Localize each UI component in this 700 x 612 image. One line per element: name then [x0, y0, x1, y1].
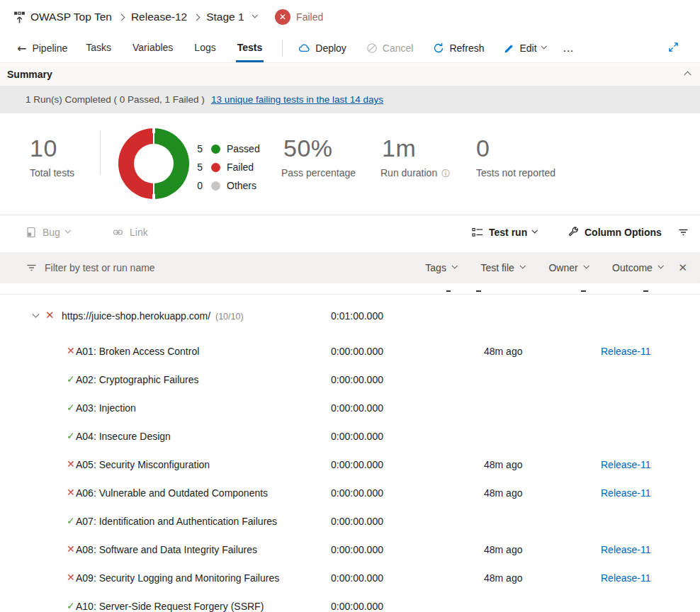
filter-dropdowns: Tags Test file Owner Outcome [425, 262, 662, 273]
back-label: Pipeline [32, 42, 67, 54]
test-row[interactable]: ✕A05: Security Misconfiguration0:00:00.0… [0, 451, 700, 480]
tests-not-reported-value: 0 [476, 135, 490, 162]
filter-bar: Tags Test file Owner Outcome ✕ [0, 252, 700, 283]
link-icon [112, 227, 124, 238]
edit-dropdown-chevron-icon [541, 43, 546, 49]
refresh-icon [433, 42, 444, 54]
failed-label: Failed [227, 162, 254, 173]
cancel-label: Cancel [383, 42, 414, 54]
status-badge-label: Failed [296, 11, 323, 23]
tab-logs[interactable]: Logs [193, 34, 217, 62]
failed-count: 5 [191, 162, 203, 173]
filter-owner-dropdown[interactable]: Owner [548, 262, 588, 273]
passed-icon: ✓ [67, 430, 75, 441]
test-duration: 0:00:00.000 [331, 346, 383, 357]
passed-icon: ✓ [67, 373, 75, 385]
test-row[interactable]: ✕A01: Broken Access Control0:00:00.00048… [0, 338, 700, 366]
stage-dropdown-chevron-icon[interactable] [252, 12, 257, 18]
bug-icon [26, 227, 37, 238]
back-to-pipeline-button[interactable]: ← Pipeline [17, 34, 67, 62]
bug-dropdown-chevron-icon [65, 227, 71, 233]
test-name: A07: Identification and Authentication F… [76, 516, 277, 527]
test-row[interactable]: ✓A04: Insecure Design0:00:00.000 [0, 423, 700, 451]
filter-tags-dropdown[interactable]: Tags [425, 262, 456, 273]
link-button[interactable]: Link [112, 215, 148, 249]
breadcrumb: OWASP Top Ten Release-12 Stage 1 ✕ Faile… [0, 0, 700, 34]
others-label: Others [227, 180, 256, 191]
test-row[interactable]: ✓A02: Cryptographic Failures0:00:00.000 [0, 366, 700, 395]
tab-tests[interactable]: Tests [236, 34, 264, 62]
filter-icon [26, 262, 38, 273]
block-icon [366, 42, 378, 54]
fullscreen-button[interactable] [668, 42, 679, 55]
failing-release-link[interactable]: Release-11 [601, 572, 651, 584]
test-row[interactable]: ✕A09: Security Logging and Monitoring Fa… [0, 565, 700, 593]
tests-not-reported-label: Tests not reported [476, 167, 555, 178]
outcome-donut-chart [118, 128, 189, 199]
test-name: A10: Server-Side Request Forgery (SSRF) [76, 601, 264, 612]
failing-release-link[interactable]: Release-11 [601, 459, 651, 470]
group-by-test-run-button[interactable]: Test run [472, 215, 537, 249]
unique-failing-tests-link[interactable]: 13 unique failing tests in the last 14 d… [211, 94, 383, 105]
filter-outcome-dropdown[interactable]: Outcome [612, 262, 662, 273]
test-row[interactable]: ✓A10: Server-Side Request Forgery (SSRF)… [0, 593, 700, 612]
deploy-button[interactable]: Deploy [298, 42, 346, 54]
expand-icon [668, 42, 679, 52]
legend-dot-1 [211, 163, 220, 172]
test-duration: 0:00:00.000 [331, 601, 383, 612]
failing-release-link[interactable]: Release-11 [601, 544, 651, 555]
failing-release-link[interactable]: Release-11 [601, 346, 651, 357]
filter-test-file-dropdown[interactable]: Test file [480, 262, 524, 273]
tab-bar: ← Pipeline Tasks Variables Logs Tests De… [0, 34, 700, 62]
total-tests-value: 10 [30, 135, 57, 162]
passed-icon: ✓ [67, 402, 75, 413]
failed-icon: ✕ [67, 572, 75, 583]
test-row[interactable]: ✕A06: Vulnerable and Outdated Components… [0, 480, 700, 508]
back-arrow-icon: ← [17, 42, 26, 55]
summary-section-header[interactable]: Summary [0, 62, 700, 86]
test-row[interactable]: ✓A03: Injection0:00:00.000 [0, 395, 700, 423]
failing-release-link[interactable]: Release-11 [601, 487, 651, 499]
refresh-button[interactable]: Refresh [433, 42, 484, 54]
close-filter-icon[interactable]: ✕ [675, 261, 690, 274]
test-duration: 0:00:00.000 [331, 487, 383, 499]
tabs: Tasks Variables Logs Tests [84, 34, 282, 62]
test-row[interactable]: ✕A08: Software and Data Integrity Failur… [0, 536, 700, 565]
test-duration: 0:00:00.000 [331, 572, 383, 584]
test-group-row[interactable]: ✕ https://juice-shop.herokuapp.com/ (10/… [0, 302, 700, 331]
test-name: A03: Injection [76, 402, 136, 414]
test-row[interactable]: ✓A07: Identification and Authentication … [0, 508, 700, 536]
breadcrumb-item-pipeline[interactable]: OWASP Top Ten [30, 11, 112, 23]
chevron-down-icon [583, 263, 589, 268]
pencil-icon [504, 43, 514, 54]
breadcrumb-item-stage[interactable]: Stage 1 [206, 11, 244, 23]
failed-icon: ✕ [67, 345, 75, 356]
results-toolbar: Bug Link Test run Column [0, 215, 700, 249]
breadcrumb-item-release[interactable]: Release-12 [131, 11, 187, 23]
toolbar-filter-button[interactable] [677, 215, 689, 249]
test-name: A09: Security Logging and Monitoring Fai… [76, 572, 279, 584]
failed-icon: ✕ [67, 458, 75, 470]
chevron-right-icon [118, 13, 125, 21]
tab-tasks[interactable]: Tasks [84, 34, 113, 62]
create-bug-button[interactable]: Bug [26, 215, 69, 249]
grouped-list-icon [472, 227, 483, 238]
tab-variables[interactable]: Variables [131, 34, 174, 62]
column-options-label: Column Options [585, 227, 662, 238]
test-duration: 0:00:00.000 [331, 431, 383, 442]
filter-input[interactable] [45, 262, 425, 273]
test-name: A06: Vulnerable and Outdated Components [76, 487, 268, 499]
chevron-down-icon [452, 263, 458, 268]
cancel-button[interactable]: Cancel [366, 42, 414, 54]
more-actions-button[interactable]: … [563, 42, 575, 55]
legend-row-failed: 5 Failed [191, 158, 260, 176]
status-badge: ✕ Failed [275, 9, 323, 25]
edit-button[interactable]: Edit [504, 42, 546, 54]
column-options-button[interactable]: Column Options [567, 215, 662, 249]
failing-since: 48m ago [484, 572, 522, 584]
group-by-chevron-icon [532, 227, 538, 233]
collapse-chevron-icon[interactable] [684, 71, 691, 78]
run-duration-value: 1m [382, 135, 416, 162]
expander-chevron-icon[interactable] [33, 311, 40, 318]
test-duration: 0:00:00.000 [331, 544, 383, 555]
